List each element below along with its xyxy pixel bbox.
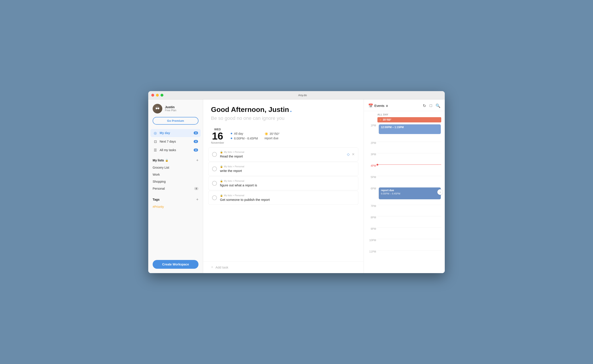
- refresh-icon[interactable]: ↻: [423, 103, 426, 108]
- time-label-10pm: 10PM: [367, 239, 376, 241]
- task-checkbox-3[interactable]: [212, 181, 217, 186]
- task-checkbox-4[interactable]: [212, 195, 217, 200]
- my-day-icon: ◎: [153, 131, 157, 135]
- scroll-right-button[interactable]: →: [437, 189, 443, 195]
- task-path-2: 🔒 My lists > Personal: [220, 165, 355, 168]
- events-selector[interactable]: 📅 Events ∨: [368, 103, 388, 108]
- date-month: November: [211, 141, 224, 144]
- tag-priority[interactable]: #Priority: [148, 203, 203, 210]
- search-icon[interactable]: 🔍: [436, 103, 440, 108]
- time-slot-1pm: 1PM 12:00PM – 1:15PM: [367, 124, 441, 142]
- next7-badge: 4: [194, 140, 198, 143]
- list-item-shopping[interactable]: Shopping: [148, 178, 203, 185]
- avatar: 🕶: [153, 104, 162, 113]
- all-day-dot: [380, 119, 381, 121]
- add-task-bar[interactable]: + Add task: [203, 261, 364, 273]
- task-title-4: Get someone to publish the report: [220, 198, 355, 202]
- main-content: Good Afternoon, Justin. Be so good no on…: [203, 99, 364, 273]
- events-label: Events: [374, 104, 384, 108]
- all-day-event: 35°/50°: [377, 117, 441, 123]
- calendar-actions: ↻ □ 🔍: [423, 103, 440, 108]
- task-checkbox-1[interactable]: [212, 152, 217, 157]
- go-premium-button[interactable]: Go Premium: [153, 117, 198, 125]
- task-card-1: 🔒 My lists > Personal Read the report ◇ …: [208, 147, 358, 161]
- time-line-1pm: 12:00PM – 1:15PM: [377, 124, 441, 136]
- time-line-11pm: [377, 250, 441, 262]
- pin-icon-1[interactable]: ◇: [347, 152, 350, 156]
- close-button[interactable]: [151, 94, 154, 97]
- time-slot-7pm: 7PM: [367, 205, 441, 216]
- sidebar: 🕶 Justin Free Plan Go Premium ◎ My day 4…: [148, 99, 203, 273]
- task-title-1: Read the report: [220, 154, 344, 158]
- all-tasks-label: All my tasks: [160, 148, 191, 152]
- add-list-button[interactable]: +: [196, 158, 198, 163]
- user-plan: Free Plan: [165, 109, 176, 112]
- time-line-7pm: [377, 205, 441, 216]
- square-icon[interactable]: □: [430, 103, 432, 108]
- tags-title: Tags: [153, 198, 160, 201]
- sidebar-item-next7[interactable]: ⊡ Next 7 days 4: [150, 137, 201, 146]
- time-label-1pm: 1PM: [367, 124, 376, 127]
- cal-event-report: report due 6:00PM – 6:45PM: [379, 188, 441, 199]
- user-profile: 🕶 Justin Free Plan: [148, 104, 203, 117]
- all-tasks-icon: ☰: [153, 148, 157, 152]
- chevron-down-icon: ∨: [386, 104, 388, 108]
- app-window: Any.do 🕶 Justin Free Plan Go Premium ◎ M…: [148, 91, 445, 273]
- time-line-4pm: [377, 164, 441, 176]
- time-slot-8pm: 8PM: [367, 216, 441, 228]
- my-day-badge: 4: [194, 131, 198, 135]
- sidebar-item-all-tasks[interactable]: ☰ All my tasks 4: [150, 146, 201, 154]
- time-label-3pm: 3PM: [367, 153, 376, 156]
- weather-temp: ☀️ 35°/50°: [264, 132, 280, 136]
- time-slot-3pm: 3PM: [367, 153, 441, 164]
- date-info: All day 6:00PM - 6:45PM: [231, 132, 258, 140]
- tasks-area: 🔒 My lists > Personal Read the report ◇ …: [203, 147, 364, 261]
- task-card-2: 🔒 My lists > Personal write the report: [208, 162, 358, 176]
- app-body: 🕶 Justin Free Plan Go Premium ◎ My day 4…: [148, 99, 445, 273]
- calendar-panel: 📅 Events ∨ ↻ □ 🔍 ALL DAY 35°/50°: [364, 99, 445, 273]
- create-workspace-button[interactable]: Create Workspace: [153, 260, 198, 269]
- list-item-work[interactable]: Work: [148, 171, 203, 178]
- greeting: Good Afternoon, Justin.: [211, 105, 356, 114]
- time-slot-9pm: 9PM: [367, 228, 441, 239]
- time-slot-4pm: 4PM: [367, 164, 441, 176]
- date-number: 16: [211, 131, 224, 141]
- sidebar-item-my-day[interactable]: ◎ My day 4: [150, 129, 201, 137]
- time-line-10pm: [377, 239, 441, 250]
- add-task-label: Add task: [216, 266, 228, 269]
- add-tag-button[interactable]: +: [196, 197, 198, 202]
- tags-header: Tags +: [148, 194, 203, 203]
- traffic-lights: [151, 94, 163, 97]
- next7-label: Next 7 days: [160, 140, 191, 143]
- weather-info: ☀️ 35°/50° report due: [264, 132, 280, 140]
- greeting-subtitle: Be so good no one can ignore you: [211, 115, 356, 121]
- date-bar: WED 16 November All day 6:00PM - 6:45PM: [203, 125, 364, 147]
- tags-section: Tags + #Priority: [148, 194, 203, 210]
- all-tasks-badge: 4: [194, 149, 198, 152]
- date-info-event: 6:00PM - 6:45PM: [231, 137, 258, 140]
- sidebar-bottom: Create Workspace: [148, 260, 203, 269]
- calendar-icon: 📅: [368, 103, 373, 108]
- my-lists-header: My lists 🔒 +: [148, 155, 203, 164]
- close-icon-1[interactable]: ✕: [352, 152, 355, 156]
- time-label-8pm: 8PM: [367, 216, 376, 219]
- dot-blue-2: [231, 137, 232, 139]
- time-slot-11pm: 11PM: [367, 250, 441, 262]
- task-checkbox-2[interactable]: [212, 166, 217, 171]
- time-line-6pm: report due 6:00PM – 6:45PM: [377, 187, 441, 199]
- task-path-4: 🔒 My lists > Personal: [220, 194, 355, 197]
- list-item-personal[interactable]: Personal 4: [148, 185, 203, 192]
- calendar-body[interactable]: ALL DAY 35°/50° 1PM 12:00PM – 1:15PM: [364, 111, 445, 273]
- weather-event: report due: [264, 136, 280, 140]
- lock-icon: 🔒: [165, 159, 168, 162]
- time-label-9pm: 9PM: [367, 228, 376, 230]
- list-item-grocery[interactable]: Grocery List: [148, 164, 203, 171]
- maximize-button[interactable]: [161, 94, 163, 97]
- time-line-9pm: [377, 228, 441, 239]
- greeting-dot: .: [290, 105, 292, 114]
- window-title: Any.do: [163, 93, 442, 97]
- minimize-button[interactable]: [156, 94, 159, 97]
- task-title-3: figure out what a report is: [220, 183, 355, 187]
- time-label-2pm: 2PM: [367, 142, 376, 144]
- time-label-4pm: 4PM: [367, 164, 376, 167]
